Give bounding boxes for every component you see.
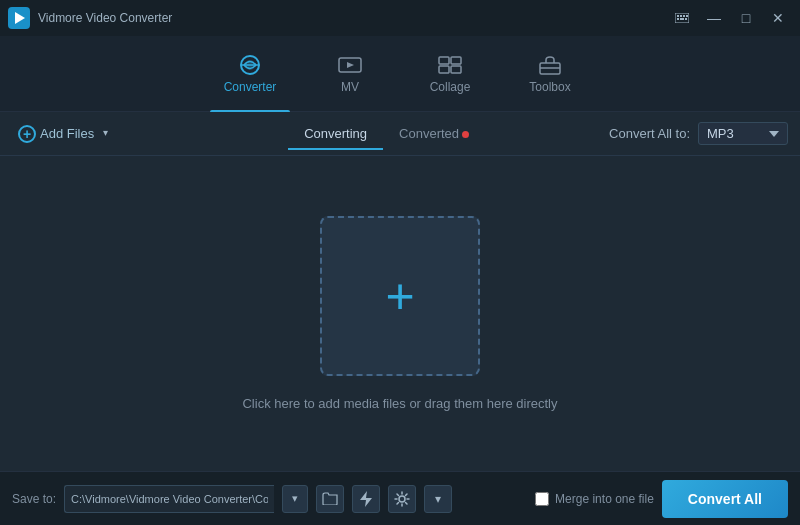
sub-tab-converting[interactable]: Converting: [288, 121, 383, 146]
merge-checkbox[interactable]: [535, 492, 549, 506]
format-select[interactable]: MP3 MP4 AVI MOV MKV AAC WAV FLAC: [698, 122, 788, 145]
folder-open-button[interactable]: [316, 485, 344, 513]
merge-checkbox-group: Merge into one file: [535, 492, 654, 506]
add-files-label: Add Files: [40, 126, 94, 141]
toolbox-icon: [536, 54, 564, 76]
plus-icon: +: [385, 271, 414, 321]
folder-icon: [322, 492, 338, 505]
svg-rect-5: [683, 15, 685, 17]
preferences-button[interactable]: [388, 485, 416, 513]
convert-all-to-group: Convert All to: MP3 MP4 AVI MOV MKV AAC …: [609, 122, 788, 145]
svg-rect-9: [685, 18, 687, 20]
save-path-input[interactable]: [64, 485, 274, 513]
svg-marker-14: [347, 62, 354, 68]
converter-icon: [236, 54, 264, 76]
tab-converter[interactable]: Converter: [200, 36, 300, 112]
drop-hint: Click here to add media files or drag th…: [242, 396, 557, 411]
tab-toolbox-label: Toolbox: [529, 80, 570, 94]
tab-converter-label: Converter: [224, 80, 277, 94]
toolbar: + Add Files ▾ Converting Converted Conve…: [0, 112, 800, 156]
svg-rect-7: [677, 18, 679, 20]
title-bar-left: Vidmore Video Converter: [8, 7, 172, 29]
converted-dot: [462, 131, 469, 138]
save-to-label: Save to:: [12, 492, 56, 506]
tab-mv[interactable]: MV: [300, 36, 400, 112]
maximize-button[interactable]: □: [732, 7, 760, 29]
nav-bar: Converter MV Collage Toolbox: [0, 36, 800, 112]
svg-rect-6: [686, 15, 688, 17]
svg-rect-3: [677, 15, 679, 17]
drop-zone[interactable]: +: [320, 216, 480, 376]
keyboard-icon: [675, 13, 689, 23]
app-logo-icon: [8, 7, 30, 29]
svg-rect-18: [451, 66, 461, 73]
tab-mv-label: MV: [341, 80, 359, 94]
settings-button[interactable]: [352, 485, 380, 513]
svg-rect-16: [451, 57, 461, 64]
tab-collage[interactable]: Collage: [400, 36, 500, 112]
svg-rect-4: [680, 15, 682, 17]
keyboard-button[interactable]: [668, 7, 696, 29]
title-bar: Vidmore Video Converter — □ ✕: [0, 0, 800, 36]
sub-tab-group: Converting Converted: [288, 121, 485, 146]
title-bar-controls: — □ ✕: [668, 7, 792, 29]
add-files-button[interactable]: + Add Files ▾: [12, 121, 118, 147]
svg-rect-15: [439, 57, 449, 64]
add-files-icon: +: [18, 125, 36, 143]
convert-all-button[interactable]: Convert All: [662, 480, 788, 518]
tab-collage-label: Collage: [430, 80, 471, 94]
tab-toolbox[interactable]: Toolbox: [500, 36, 600, 112]
svg-point-22: [399, 496, 405, 502]
svg-marker-21: [360, 491, 372, 507]
lightning-icon: [360, 491, 372, 507]
merge-label[interactable]: Merge into one file: [555, 492, 654, 506]
mv-icon: [336, 54, 364, 76]
sub-tab-converted[interactable]: Converted: [383, 121, 485, 146]
svg-rect-17: [439, 66, 449, 73]
app-title: Vidmore Video Converter: [38, 11, 172, 25]
gear-icon: [394, 491, 410, 507]
bottom-bar: Save to: ▾ ▾ Merge into one file Convert…: [0, 471, 800, 525]
minimize-button[interactable]: —: [700, 7, 728, 29]
main-content: + Click here to add media files or drag …: [0, 156, 800, 471]
add-files-dropdown-icon: ▾: [98, 127, 112, 141]
path-dropdown-button[interactable]: ▾: [282, 485, 308, 513]
collage-icon: [436, 54, 464, 76]
more-options-button[interactable]: ▾: [424, 485, 452, 513]
convert-all-to-label: Convert All to:: [609, 126, 690, 141]
close-button[interactable]: ✕: [764, 7, 792, 29]
svg-rect-8: [680, 18, 684, 20]
